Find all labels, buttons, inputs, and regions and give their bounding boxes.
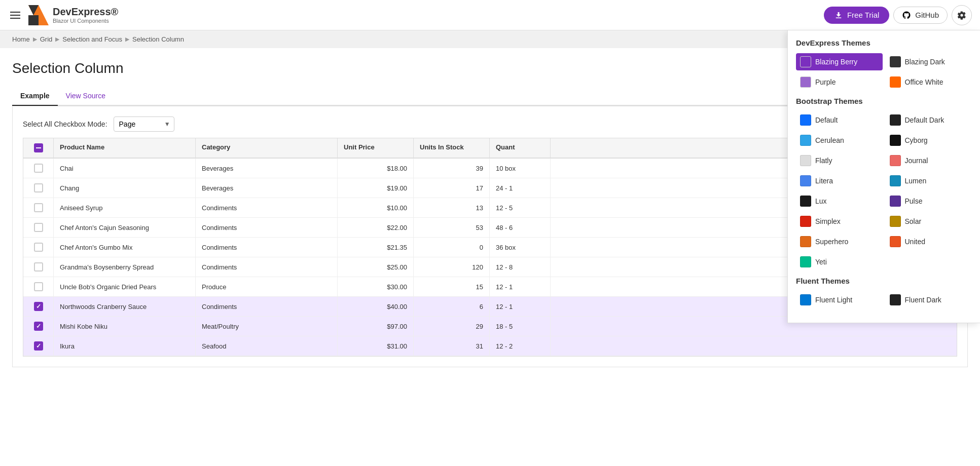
cell-product-name: Ikura <box>54 336 196 356</box>
theme-label-blazing-dark: Blazing Dark <box>905 58 945 66</box>
theme-button[interactable] <box>952 5 972 25</box>
theme-item-yeti[interactable]: Yeti <box>796 253 883 270</box>
cell-checkbox <box>23 277 54 296</box>
theme-item-flatly[interactable]: Flatly <box>796 152 883 169</box>
breadcrumb-sep-1: ▶ <box>33 36 37 43</box>
cell-checkbox <box>23 198 54 217</box>
cell-checkbox <box>23 336 54 356</box>
row-checkbox[interactable] <box>34 223 43 232</box>
devexpress-themes-grid: Blazing Berry Blazing Dark Purple Office… <box>796 53 972 91</box>
logo-text: DevExpress® Blazor UI Components <box>53 6 118 24</box>
theme-swatch-yeti <box>800 256 811 267</box>
theme-item-simplex[interactable]: Simplex <box>796 213 883 230</box>
theme-item-united[interactable]: United <box>886 233 972 250</box>
row-checkbox[interactable] <box>34 203 43 212</box>
theme-label-litera: Litera <box>815 177 833 185</box>
theme-item-solar[interactable]: Solar <box>886 213 972 230</box>
bootstrap-themes-grid: Default Default Dark Cerulean Cyborg Fla… <box>796 111 972 270</box>
github-button[interactable]: GitHub <box>893 7 948 24</box>
cell-quantity: 12 - 5 <box>490 198 551 217</box>
theme-item-blazing-dark[interactable]: Blazing Dark <box>886 53 972 70</box>
breadcrumb-grid[interactable]: Grid <box>40 35 53 43</box>
select-wrapper: Page All None ▼ <box>114 116 174 132</box>
row-checkbox[interactable] <box>34 164 43 173</box>
theme-item-lumen[interactable]: Lumen <box>886 172 972 189</box>
cell-category: Condiments <box>196 297 338 316</box>
row-checkbox[interactable] <box>34 341 43 351</box>
theme-item-purple[interactable]: Purple <box>796 73 883 91</box>
cell-unit-price: $19.00 <box>338 178 414 198</box>
cell-product-name: Chang <box>54 178 196 198</box>
theme-label-fluent-light: Fluent Light <box>815 296 852 304</box>
cell-product-name: Aniseed Syrup <box>54 198 196 217</box>
select-all-dropdown[interactable]: Page All None <box>114 116 174 132</box>
menu-button[interactable] <box>8 10 22 21</box>
tab-view-source[interactable]: View Source <box>58 87 114 106</box>
cell-unit-price: $25.00 <box>338 257 414 277</box>
cell-unit-price: $22.00 <box>338 218 414 237</box>
cell-unit-price: $18.00 <box>338 159 414 178</box>
cell-category: Produce <box>196 277 338 296</box>
theme-swatch-pulse <box>890 196 901 207</box>
theme-swatch-office-white <box>890 76 901 88</box>
theme-item-fluent-dark[interactable]: Fluent Dark <box>886 291 972 308</box>
cell-product-name: Northwoods Cranberry Sauce <box>54 297 196 316</box>
theme-item-office-white[interactable]: Office White <box>886 73 972 91</box>
theme-label-yeti: Yeti <box>815 258 827 266</box>
theme-label-flatly: Flatly <box>815 157 832 165</box>
theme-item-default-dark[interactable]: Default Dark <box>886 111 972 129</box>
free-trial-button[interactable]: Free Trial <box>824 7 889 24</box>
select-all-label: Select All Checkbox Mode: <box>23 120 107 128</box>
cell-unit-price: $40.00 <box>338 297 414 316</box>
cell-category: Condiments <box>196 218 338 237</box>
theme-item-lux[interactable]: Lux <box>796 192 883 210</box>
cell-units-in-stock: 29 <box>414 317 490 336</box>
header-checkbox-indeterminate[interactable] <box>34 143 43 152</box>
theme-label-blazing-berry: Blazing Berry <box>815 58 857 66</box>
cell-quantity: 12 - 8 <box>490 257 551 277</box>
breadcrumb-sep-2: ▶ <box>55 36 59 43</box>
theme-swatch-united <box>890 236 901 247</box>
theme-swatch-default <box>800 114 811 126</box>
table-row[interactable]: Ikura Seafood $31.00 31 12 - 2 <box>23 336 957 356</box>
theme-swatch-litera <box>800 175 811 186</box>
row-checkbox[interactable] <box>34 322 43 331</box>
theme-label-office-white: Office White <box>905 78 943 86</box>
theme-item-journal[interactable]: Journal <box>886 152 972 169</box>
logo-icon <box>28 5 49 25</box>
cell-unit-price: $10.00 <box>338 198 414 217</box>
theme-label-journal: Journal <box>905 157 928 165</box>
theme-swatch-journal <box>890 155 901 166</box>
breadcrumb-selection-focus[interactable]: Selection and Focus <box>62 35 122 43</box>
theme-label-cyborg: Cyborg <box>905 136 928 144</box>
breadcrumb-home[interactable]: Home <box>12 35 30 43</box>
cell-checkbox <box>23 218 54 237</box>
theme-swatch-blazing-dark <box>890 56 901 67</box>
theme-item-cerulean[interactable]: Cerulean <box>796 132 883 149</box>
logo-name: DevExpress® <box>53 6 118 18</box>
theme-label-default: Default <box>815 116 838 124</box>
theme-item-cyborg[interactable]: Cyborg <box>886 132 972 149</box>
theme-label-simplex: Simplex <box>815 217 841 225</box>
theme-item-pulse[interactable]: Pulse <box>886 192 972 210</box>
grid-col-category: Category <box>196 138 338 158</box>
row-checkbox[interactable] <box>34 183 43 192</box>
cell-units-in-stock: 0 <box>414 238 490 257</box>
settings-icon <box>957 11 966 20</box>
header: DevExpress® Blazor UI Components Free Tr… <box>0 0 980 30</box>
grid-col-units-in-stock: Units In Stock <box>414 138 490 158</box>
theme-item-default[interactable]: Default <box>796 111 883 129</box>
theme-item-blazing-berry[interactable]: Blazing Berry <box>796 53 883 70</box>
cell-checkbox <box>23 257 54 277</box>
cell-category: Condiments <box>196 198 338 217</box>
row-checkbox[interactable] <box>34 243 43 252</box>
row-checkbox[interactable] <box>34 262 43 271</box>
theme-item-fluent-light[interactable]: Fluent Light <box>796 291 883 308</box>
theme-label-purple: Purple <box>815 78 836 86</box>
row-checkbox[interactable] <box>34 302 43 311</box>
theme-swatch-cerulean <box>800 135 811 146</box>
tab-example[interactable]: Example <box>12 87 58 106</box>
theme-item-litera[interactable]: Litera <box>796 172 883 189</box>
theme-item-superhero[interactable]: Superhero <box>796 233 883 250</box>
row-checkbox[interactable] <box>34 282 43 291</box>
